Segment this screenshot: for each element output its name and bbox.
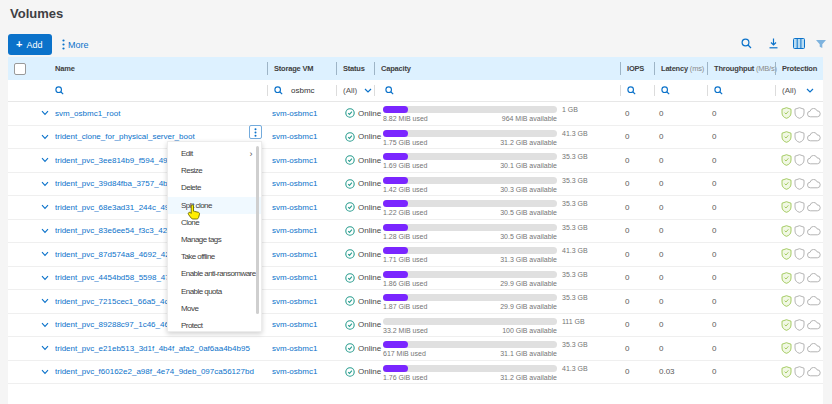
expand-chevron-icon[interactable] (41, 134, 49, 140)
menu-item-resize[interactable]: Resize (168, 162, 261, 179)
online-status-icon (345, 320, 355, 330)
volume-name-link[interactable]: trident_pvc_f60162e2_a98f_4e74_9deb_097c… (55, 367, 254, 376)
more-button[interactable]: More (62, 34, 89, 55)
volume-row: trident_pvc_68e3ad31_244c_4909_b0f1_3e8a… (8, 196, 823, 220)
expand-chevron-icon[interactable] (41, 345, 49, 351)
latency-filter-icon[interactable] (661, 86, 670, 95)
online-status-icon (345, 179, 355, 189)
expand-chevron-icon[interactable] (41, 204, 49, 210)
iops-value: 0 (620, 220, 654, 243)
expand-chevron-icon[interactable] (41, 275, 49, 281)
protection-filter-dropdown[interactable]: (All) (782, 86, 823, 95)
volume-name-link[interactable]: trident_pvc_e21eb513_3d1f_4b4f_afa2_0af6… (55, 344, 250, 353)
storage-vm-link[interactable]: svm-osbmc1 (272, 273, 317, 282)
col-storage-vm[interactable]: Storage VM (267, 57, 336, 80)
columns-icon[interactable] (793, 38, 805, 49)
storage-vm-link[interactable]: svm-osbmc1 (272, 109, 317, 118)
shield-icon (794, 272, 805, 284)
storage-vm-link[interactable]: svm-osbmc1 (272, 156, 317, 165)
menu-item-take-offline[interactable]: Take offline (168, 248, 261, 265)
storage-vm-link[interactable]: svm-osbmc1 (272, 179, 317, 188)
capacity-total: 35.3 GB (562, 200, 588, 207)
storage-vm-filter-icon[interactable] (274, 86, 283, 95)
filter-icon[interactable] (815, 39, 827, 49)
capacity-total: 41.3 GB (562, 130, 588, 137)
shield-icon (794, 295, 805, 307)
menu-item-enable-quota[interactable]: Enable quota (168, 283, 261, 300)
capacity-bar (383, 318, 557, 325)
capacity-available: 31.2 GiB available (383, 374, 557, 381)
expand-chevron-icon[interactable] (41, 369, 49, 375)
capacity-available: 29.9 GiB available (383, 280, 557, 287)
cloud-icon (807, 226, 821, 236)
capacity-available: 30.1 GiB available (383, 162, 557, 169)
name-filter-icon[interactable] (55, 86, 64, 95)
search-icon[interactable] (741, 38, 752, 49)
iops-value: 0 (620, 243, 654, 266)
menu-item-clone[interactable]: Clone (168, 214, 261, 231)
col-throughput[interactable]: Throughput (MB/s) (707, 57, 775, 80)
expand-chevron-icon[interactable] (41, 157, 49, 163)
add-button[interactable]: + Add (8, 34, 52, 55)
plus-icon: + (16, 39, 22, 50)
iops-filter-icon[interactable] (627, 86, 636, 95)
protection-healthy-icon (781, 107, 792, 119)
protection-healthy-icon (781, 366, 792, 378)
col-status[interactable]: Status (336, 57, 374, 80)
status-filter-dropdown[interactable]: (All) (343, 86, 374, 95)
col-protection[interactable]: Protection (775, 57, 823, 80)
protection-healthy-icon (781, 178, 792, 190)
storage-vm-filter-value[interactable]: osbmc (291, 86, 315, 95)
storage-vm-link[interactable]: svm-osbmc1 (272, 226, 317, 235)
col-name[interactable]: Name (55, 57, 267, 80)
expand-chevron-icon[interactable] (41, 298, 49, 304)
capacity-cell: 1.28 GiB used30.5 GiB available35.3 GB (374, 220, 620, 243)
expand-chevron-icon[interactable] (41, 228, 49, 234)
storage-vm-link[interactable]: svm-osbmc1 (272, 344, 317, 353)
storage-vm-link[interactable]: svm-osbmc1 (272, 297, 317, 306)
volume-name-link[interactable]: svm_osbmc1_root (55, 109, 120, 118)
menu-item-delete[interactable]: Delete (168, 179, 261, 196)
throughput-filter-icon[interactable] (714, 86, 723, 95)
shield-icon (794, 319, 805, 331)
protection-cell (775, 149, 823, 172)
menu-scrollbar[interactable] (256, 146, 259, 314)
expand-chevron-icon[interactable] (41, 110, 49, 116)
capacity-filter-icon[interactable] (385, 86, 394, 95)
capacity-available: 31.2 GiB available (383, 139, 557, 146)
capacity-cell: 1.42 GiB used30.3 GiB available35.3 GB (374, 173, 620, 196)
volume-row: trident_pvc_39d84fba_3757_4b18_8210_5a04… (8, 173, 823, 197)
storage-vm-link[interactable]: svm-osbmc1 (272, 250, 317, 259)
menu-item-split-clone[interactable]: Split clone (168, 197, 261, 214)
storage-vm-link[interactable]: svm-osbmc1 (272, 320, 317, 329)
latency-value: 0 (654, 243, 707, 266)
storage-vm-link[interactable]: svm-osbmc1 (272, 367, 317, 376)
throughput-value: 0 (707, 243, 775, 266)
kebab-icon (62, 39, 65, 50)
capacity-total: 35.3 GB (562, 177, 588, 184)
expand-chevron-icon[interactable] (41, 322, 49, 328)
expand-chevron-icon[interactable] (41, 181, 49, 187)
protection-healthy-icon (781, 248, 792, 260)
menu-item-protect[interactable]: Protect (168, 317, 261, 334)
select-all-checkbox[interactable] (14, 63, 26, 75)
row-actions-kebab-button[interactable] (249, 125, 262, 139)
storage-vm-link[interactable]: svm-osbmc1 (272, 132, 317, 141)
protection-cell (775, 173, 823, 196)
expand-chevron-icon[interactable] (41, 251, 49, 257)
shield-icon (794, 201, 805, 213)
status-cell: Online (336, 337, 374, 360)
col-capacity[interactable]: Capacity (374, 57, 620, 80)
status-cell: Online (336, 173, 374, 196)
col-latency[interactable]: Latency (ms) (654, 57, 707, 80)
menu-item-enable-anti-ransomware[interactable]: Enable anti-ransomware (168, 265, 261, 282)
volume-name-link[interactable]: trident_clone_for_physical_server_boot (55, 132, 195, 141)
storage-vm-link[interactable]: svm-osbmc1 (272, 203, 317, 212)
menu-item-move[interactable]: Move (168, 300, 261, 317)
iops-value: 0 (620, 149, 654, 172)
col-iops[interactable]: IOPS (620, 57, 654, 80)
download-icon[interactable] (768, 38, 779, 49)
cloud-icon (807, 132, 821, 142)
menu-item-edit[interactable]: Edit› (168, 145, 261, 162)
menu-item-manage-tags[interactable]: Manage tags (168, 231, 261, 248)
